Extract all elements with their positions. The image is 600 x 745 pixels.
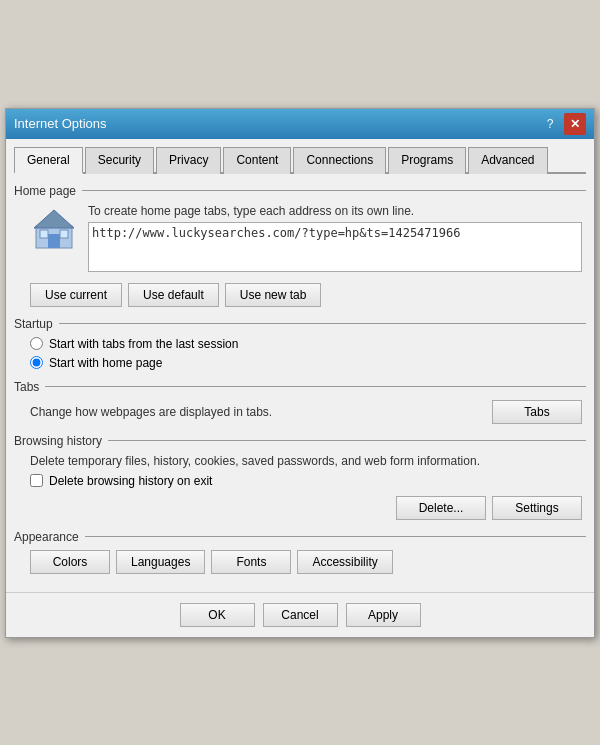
svg-marker-1 xyxy=(34,210,74,228)
tab-content[interactable]: Content xyxy=(223,147,291,174)
title-bar: Internet Options ? ✕ xyxy=(6,109,594,139)
use-current-button[interactable]: Use current xyxy=(30,283,122,307)
ok-button[interactable]: OK xyxy=(180,603,255,627)
home-page-description: To create home page tabs, type each addr… xyxy=(88,204,582,218)
svg-rect-4 xyxy=(60,230,68,238)
home-page-content: To create home page tabs, type each addr… xyxy=(14,204,586,307)
tabs-section-content: Change how webpages are displayed in tab… xyxy=(14,400,586,424)
close-button[interactable]: ✕ xyxy=(564,113,586,135)
tab-connections[interactable]: Connections xyxy=(293,147,386,174)
browsing-history-content: Delete temporary files, history, cookies… xyxy=(14,454,586,520)
title-bar-buttons: ? ✕ xyxy=(539,113,586,135)
tab-bar: General Security Privacy Content Connect… xyxy=(14,147,586,174)
accessibility-button[interactable]: Accessibility xyxy=(297,550,392,574)
help-button[interactable]: ? xyxy=(539,113,561,135)
startup-option2-radio[interactable] xyxy=(30,356,43,369)
startup-option1-label: Start with tabs from the last session xyxy=(49,337,238,351)
appearance-section-title: Appearance xyxy=(14,530,586,544)
home-page-buttons: Use current Use default Use new tab xyxy=(30,283,582,307)
startup-option1-radio[interactable] xyxy=(30,337,43,350)
delete-on-exit-label: Delete browsing history on exit xyxy=(49,474,212,488)
browsing-history-description: Delete temporary files, history, cookies… xyxy=(30,454,582,468)
tabs-button[interactable]: Tabs xyxy=(492,400,582,424)
use-default-button[interactable]: Use default xyxy=(128,283,219,307)
appearance-section: Appearance Colors Languages Fonts Access… xyxy=(14,530,586,574)
tab-programs[interactable]: Programs xyxy=(388,147,466,174)
delete-on-exit-checkbox[interactable] xyxy=(30,474,43,487)
home-page-url-input[interactable] xyxy=(88,222,582,272)
internet-options-window: Internet Options ? ✕ General Security Pr… xyxy=(5,108,595,638)
home-page-right: To create home page tabs, type each addr… xyxy=(88,204,582,275)
home-page-section-title: Home page xyxy=(14,184,586,198)
use-new-tab-button[interactable]: Use new tab xyxy=(225,283,322,307)
tabs-section-title: Tabs xyxy=(14,380,586,394)
cancel-button[interactable]: Cancel xyxy=(263,603,338,627)
appearance-content: Colors Languages Fonts Accessibility xyxy=(14,550,586,574)
tabs-section-row: Change how webpages are displayed in tab… xyxy=(30,400,582,424)
home-page-row: To create home page tabs, type each addr… xyxy=(30,204,582,275)
house-icon xyxy=(30,204,78,252)
window-title: Internet Options xyxy=(14,116,107,131)
tab-general[interactable]: General xyxy=(14,147,83,174)
browsing-history-section: Browsing history Delete temporary files,… xyxy=(14,434,586,520)
tab-advanced[interactable]: Advanced xyxy=(468,147,547,174)
tabs-section-description: Change how webpages are displayed in tab… xyxy=(30,405,272,419)
browsing-history-buttons: Delete... Settings xyxy=(30,496,582,520)
svg-rect-3 xyxy=(40,230,48,238)
startup-option1-row: Start with tabs from the last session xyxy=(30,337,582,351)
delete-button[interactable]: Delete... xyxy=(396,496,486,520)
tab-security[interactable]: Security xyxy=(85,147,154,174)
home-page-section: Home page To create home page tabs, type… xyxy=(14,184,586,307)
appearance-buttons: Colors Languages Fonts Accessibility xyxy=(30,550,582,574)
browsing-history-section-title: Browsing history xyxy=(14,434,586,448)
tabs-section: Tabs Change how webpages are displayed i… xyxy=(14,380,586,424)
content-area: General Security Privacy Content Connect… xyxy=(6,139,594,592)
delete-on-exit-row: Delete browsing history on exit xyxy=(30,474,582,488)
startup-option2-label: Start with home page xyxy=(49,356,162,370)
svg-rect-2 xyxy=(48,234,60,248)
fonts-button[interactable]: Fonts xyxy=(211,550,291,574)
tab-privacy[interactable]: Privacy xyxy=(156,147,221,174)
startup-section-title: Startup xyxy=(14,317,586,331)
footer: OK Cancel Apply xyxy=(6,592,594,637)
languages-button[interactable]: Languages xyxy=(116,550,205,574)
colors-button[interactable]: Colors xyxy=(30,550,110,574)
startup-section: Startup Start with tabs from the last se… xyxy=(14,317,586,370)
apply-button[interactable]: Apply xyxy=(346,603,421,627)
title-bar-left: Internet Options xyxy=(14,116,107,131)
settings-button[interactable]: Settings xyxy=(492,496,582,520)
startup-content: Start with tabs from the last session St… xyxy=(14,337,586,370)
startup-option2-row: Start with home page xyxy=(30,356,582,370)
